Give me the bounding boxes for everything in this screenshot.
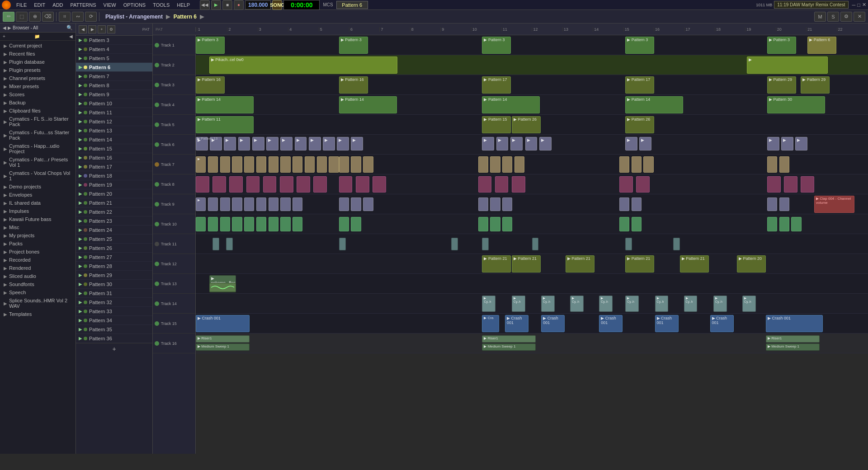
pattern-block[interactable]: ▶ Pattern 14 <box>625 96 683 113</box>
pattern-block-crash4[interactable]: ▶ Crash 001 <box>541 315 565 332</box>
pattern-block[interactable] <box>339 197 349 211</box>
pattern-block[interactable]: ▶ <box>639 137 651 150</box>
track-label-15[interactable]: Track 15 <box>153 314 195 334</box>
pattern-block-cym3[interactable]: ▶ Cy..h <box>541 296 555 312</box>
pattern-item-3[interactable]: ▶ Pattern 3 <box>76 36 152 45</box>
pattern-block[interactable] <box>280 156 290 173</box>
pattern-block-channel-vol[interactable]: ▶ Clap 004 - Channel volume <box>814 196 854 213</box>
pattern-block[interactable] <box>339 238 346 250</box>
pattern-block[interactable] <box>317 156 327 173</box>
browser-folder-button[interactable]: 📁 <box>34 34 40 39</box>
pattern-item-18[interactable]: ▶ Pattern 18 <box>76 171 152 180</box>
record-button[interactable]: ● <box>234 0 244 10</box>
pattern-block[interactable] <box>619 156 629 173</box>
pattern-block-riser1[interactable]: ▶ Riser1 <box>196 335 250 343</box>
browser-collapse-button[interactable]: ◀ <box>69 34 73 39</box>
sidebar-item-misc[interactable]: ▶ Misc <box>0 223 75 231</box>
pattern-block[interactable] <box>482 238 489 250</box>
patterns-prev-button[interactable]: ◀ <box>79 25 87 33</box>
pattern-block[interactable] <box>767 176 781 193</box>
track-label-5[interactable]: Track 5 <box>153 115 195 135</box>
close-button[interactable]: ✕ <box>862 2 866 8</box>
pattern-item-27[interactable]: ▶ Pattern 27 <box>76 253 152 262</box>
track-row-11[interactable] <box>196 234 868 254</box>
pattern-block[interactable]: ▶ Pattern 21 <box>566 255 594 273</box>
close-playlist-button[interactable]: ✕ <box>854 12 865 22</box>
pattern-block[interactable]: ▶ Pattern 20 <box>737 255 766 273</box>
pattern-block[interactable] <box>305 156 315 173</box>
pattern-block[interactable] <box>208 197 218 211</box>
browser-search-button[interactable]: 🔍 <box>66 25 73 31</box>
pattern-block[interactable]: ▶ <box>196 156 206 173</box>
pattern-block[interactable]: ▶ Pattern 21 <box>625 255 654 273</box>
sidebar-item-rendered[interactable]: ▶ Rendered <box>0 264 75 272</box>
sidebar-item-recorded[interactable]: ▶ Recorded <box>0 256 75 264</box>
pattern-block[interactable] <box>502 156 512 173</box>
pattern-block[interactable] <box>478 176 492 193</box>
pattern-block[interactable] <box>495 176 509 193</box>
pattern-block[interactable]: ▶ <box>224 137 236 150</box>
pattern-block[interactable] <box>220 156 230 173</box>
pattern-block[interactable] <box>196 217 206 231</box>
pattern-block[interactable] <box>632 156 642 173</box>
pattern-item-34[interactable]: ▶ Pattern 34 <box>76 316 152 325</box>
song-mode-button[interactable]: SONG <box>272 0 282 10</box>
pattern-item-22[interactable]: ▶ Pattern 22 <box>76 207 152 216</box>
browser-back-button[interactable]: ◀ <box>3 25 6 30</box>
zoom-tool-button[interactable]: ⊕ <box>29 12 41 22</box>
pattern-item-33[interactable]: ▶ Pattern 33 <box>76 307 152 316</box>
pattern-block[interactable] <box>478 156 488 173</box>
pattern-block[interactable] <box>292 217 302 231</box>
sidebar-item-backup[interactable]: ▶ Backup <box>0 99 75 107</box>
track-row-1[interactable]: ▶ Pattern 3 ▶ Pattern 3 ▶ Pattern 3 ▶ Pa… <box>196 35 868 55</box>
pattern-item-31[interactable]: ▶ Pattern 31 <box>76 289 152 298</box>
pattern-block-cym4[interactable]: ▶ Cy..h <box>570 296 584 312</box>
pattern-item-17[interactable]: ▶ Pattern 17 <box>76 162 152 171</box>
pattern-block[interactable] <box>779 217 789 231</box>
select-tool-button[interactable]: ⬚ <box>16 12 28 22</box>
pattern-block[interactable] <box>502 217 512 231</box>
draw-tool-button[interactable]: ✏ <box>3 12 14 22</box>
pattern-block[interactable]: ▶ <box>625 137 637 150</box>
pattern-block[interactable]: ▶ <box>309 137 321 150</box>
track-label-13[interactable]: Track 13 <box>153 274 195 294</box>
pattern-block[interactable] <box>226 238 233 250</box>
pattern-item-35[interactable]: ▶ Pattern 35 <box>76 325 152 334</box>
sidebar-item-impulses[interactable]: ▶ Impulses <box>0 207 75 215</box>
pattern-item-9[interactable]: ▶ Pattern 9 <box>76 90 152 99</box>
pattern-block-waveform[interactable] <box>209 283 236 292</box>
sidebar-item-project-bones[interactable]: ▶ Project bones <box>0 248 75 256</box>
pattern-item-5[interactable]: ▶ Pattern 5 <box>76 54 152 63</box>
sidebar-item-soundfonts[interactable]: ▶ Soundfonts <box>0 280 75 288</box>
sidebar-item-cymatics-fl[interactable]: ▶ Cymatics - FL S...io Starter Pack <box>0 115 75 128</box>
pattern-block[interactable]: ▶ <box>238 137 250 150</box>
pattern-block[interactable] <box>619 217 629 231</box>
sidebar-item-cymatics-vocal[interactable]: ▶ Cymatics - Vocal Chops Vol 1 <box>0 169 75 183</box>
pattern-block[interactable]: ▶ Pattern 6 <box>807 37 836 54</box>
sidebar-item-demo-projects[interactable]: ▶ Demo projects <box>0 183 75 191</box>
pattern-block[interactable]: ▶ <box>266 137 278 150</box>
pattern-block[interactable]: ▶ <box>747 56 827 74</box>
pattern-block[interactable] <box>632 197 642 211</box>
pattern-block[interactable] <box>514 156 524 173</box>
sidebar-item-plugin-database[interactable]: ▶ Plugin database <box>0 58 75 66</box>
track-row-4[interactable]: ▶ Pattern 14 ▶ Pattern 14 ▶ Pattern 14 ▶… <box>196 95 868 115</box>
minimize-button[interactable]: ─ <box>852 2 856 8</box>
pattern-block[interactable] <box>625 238 632 250</box>
pattern-block[interactable] <box>351 156 361 173</box>
pattern-item-6[interactable]: ▶ Pattern 6 <box>76 63 152 72</box>
pattern-block[interactable]: ▶ <box>482 137 494 150</box>
browser-add-button[interactable]: + <box>3 34 5 39</box>
track-row-9[interactable]: ▶ <box>196 194 868 214</box>
pattern-block-crash5[interactable]: ▶ Crash 001 <box>599 315 623 332</box>
pattern-item-29[interactable]: ▶ Pattern 29 <box>76 271 152 280</box>
menu-edit[interactable]: EDIT <box>32 1 47 9</box>
pattern-block[interactable] <box>292 197 302 211</box>
track-label-14[interactable]: Track 14 <box>153 294 195 314</box>
pattern-block[interactable]: ▶ Pattern 14 <box>196 96 254 113</box>
pattern-block[interactable]: ▶ <box>525 137 538 150</box>
pattern-block[interactable]: ▶ <box>781 137 793 150</box>
pattern-item-21[interactable]: ▶ Pattern 21 <box>76 198 152 207</box>
pattern-block[interactable] <box>512 176 525 193</box>
pattern-block[interactable] <box>532 238 539 250</box>
